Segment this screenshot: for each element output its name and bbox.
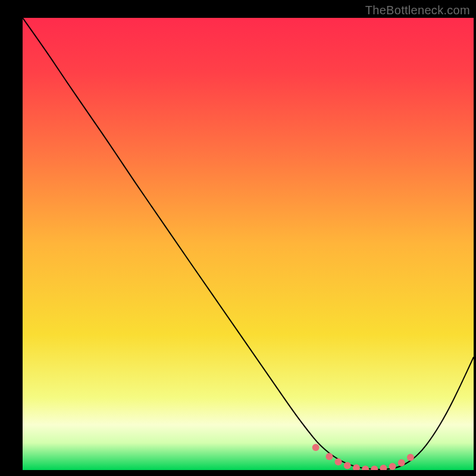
marker-optimal-markers bbox=[353, 464, 360, 471]
marker-optimal-markers bbox=[312, 444, 320, 451]
marker-optimal-markers bbox=[362, 465, 369, 472]
gradient-background bbox=[23, 18, 474, 470]
bottleneck-chart bbox=[0, 0, 476, 476]
marker-optimal-markers bbox=[371, 465, 378, 472]
marker-optimal-markers bbox=[398, 459, 405, 466]
chart-container: { "watermark": "TheBottleneck.com", "cha… bbox=[0, 0, 476, 476]
marker-optimal-markers bbox=[380, 465, 387, 472]
marker-optimal-markers bbox=[344, 462, 351, 469]
marker-optimal-markers bbox=[389, 463, 396, 470]
marker-optimal-markers bbox=[335, 458, 342, 465]
watermark-text: TheBottleneck.com bbox=[365, 4, 470, 17]
marker-optimal-markers bbox=[407, 454, 414, 461]
marker-optimal-markers bbox=[325, 453, 333, 460]
